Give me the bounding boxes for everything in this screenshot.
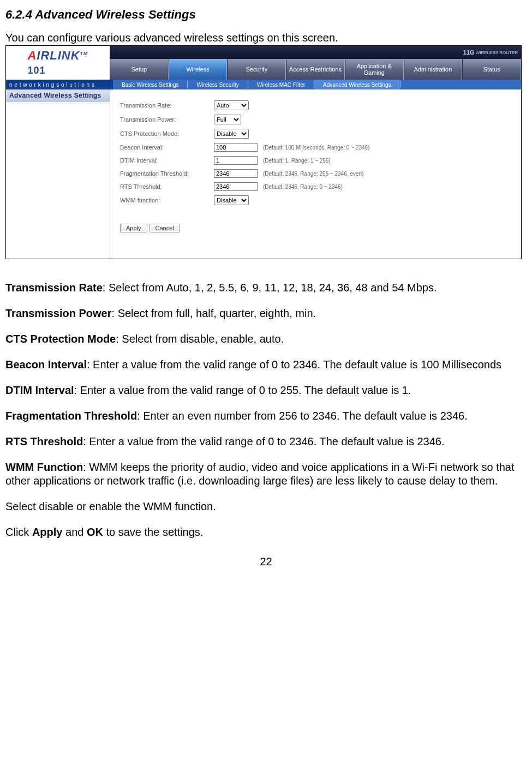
subnav-advanced[interactable]: Advanced Wireless Settings	[314, 80, 400, 89]
section-heading: 6.2.4 Advanced Wireless Settings	[5, 8, 527, 22]
apply-button[interactable]: Apply	[120, 224, 147, 232]
hint-frag: (Default: 2346, Range: 256 ~ 2346, even)	[263, 171, 363, 177]
router-screenshot: AAIRLINKIRLINKTM 101 11G WIRELESS ROUTER…	[5, 45, 522, 259]
header-dark-strip: 11G WIRELESS ROUTER	[110, 46, 521, 59]
intro-text: You can configure various advanced wirel…	[5, 32, 527, 44]
product-tag-small: WIRELESS ROUTER	[476, 50, 518, 55]
logo: AAIRLINKIRLINKTM 101	[6, 46, 110, 80]
nav-setup[interactable]: Setup	[110, 59, 169, 80]
input-beacon[interactable]	[214, 143, 258, 152]
lbl-tx-rate: Transmission Rate:	[120, 102, 214, 109]
cancel-button[interactable]: Cancel	[150, 224, 180, 232]
tagline: n e t w o r k i n g s o l u t i o n s	[6, 80, 113, 89]
sidebar: Advanced Wireless Settings	[6, 89, 110, 259]
input-rts[interactable]	[214, 182, 258, 191]
lbl-dtim: DTIM Interval:	[120, 157, 214, 164]
lbl-wmm: WMM function:	[120, 197, 214, 204]
nav-access-restrictions[interactable]: Access Restrictions	[286, 59, 345, 80]
subnav-security[interactable]: Wireless Security	[188, 80, 247, 89]
select-tx-rate[interactable]: Auto	[214, 100, 249, 110]
nav-wireless[interactable]: Wireless	[169, 59, 228, 80]
select-tx-power[interactable]: Full	[214, 115, 241, 124]
hint-rts: (Default: 2346, Range: 0 ~ 2346)	[263, 184, 343, 190]
nav-administration[interactable]: Administration	[404, 59, 463, 80]
select-cts[interactable]: Disable	[214, 129, 249, 139]
sub-nav: Basic Wireless Settings Wireless Securit…	[113, 80, 521, 89]
hint-dtim: (Default: 1, Range: 1 ~ 255)	[263, 158, 331, 164]
subnav-mac-filter[interactable]: Wireless MAC Filter	[248, 80, 314, 89]
lbl-beacon: Beacon Interval:	[120, 144, 214, 151]
nav-security[interactable]: Security	[227, 59, 286, 80]
input-frag[interactable]	[214, 169, 258, 178]
product-tag-big: 11G	[463, 49, 475, 56]
sidebar-heading: Advanced Wireless Settings	[6, 89, 110, 102]
nav-status[interactable]: Status	[462, 59, 521, 80]
subnav-basic[interactable]: Basic Wireless Settings	[113, 80, 187, 89]
select-wmm[interactable]: Disable	[214, 195, 249, 205]
main-nav: Setup Wireless Security Access Restricti…	[110, 59, 521, 80]
nav-application-gaming[interactable]: Application & Gaming	[345, 59, 404, 80]
lbl-frag: Fragmentation Threshold:	[120, 170, 214, 177]
lbl-rts: RTS Threshold:	[120, 183, 214, 190]
page-number: 22	[5, 555, 527, 568]
lbl-tx-power: Transmission Power:	[120, 116, 214, 123]
form-area: Transmission Rate: Auto Transmission Pow…	[110, 89, 521, 259]
description-block: Transmission Rate: Select from Auto, 1, …	[5, 281, 527, 539]
hint-beacon: (Default: 100 Millseconds, Range: 0 ~ 23…	[263, 145, 369, 151]
lbl-cts: CTS Protection Mode:	[120, 130, 214, 137]
input-dtim[interactable]	[214, 156, 258, 165]
